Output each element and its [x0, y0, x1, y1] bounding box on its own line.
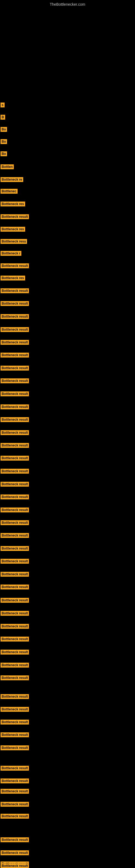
bottleneck-result-row: Bottleneck result — [1, 572, 29, 578]
bottleneck-label: Bottleneck result — [1, 430, 29, 435]
bottleneck-result-row: Bottleneck result — [1, 766, 29, 772]
bottleneck-result-row: Bottleneck result — [1, 720, 29, 725]
bottleneck-label: Bottleneck result — [1, 598, 29, 603]
bottleneck-result-row: Bottleneck result — [1, 482, 29, 488]
bottleneck-result-row: Bottleneck result — [1, 694, 29, 700]
bottleneck-label: Bottleneck result — [1, 766, 29, 771]
bottleneck-result-row: Bottleneck result — [1, 533, 29, 539]
bottleneck-label: Bottleneck result — [1, 814, 29, 818]
bottleneck-result-row: Bottleneck result — [1, 404, 29, 410]
bottleneck-result-row: Bottleneck result — [1, 495, 29, 500]
bottleneck-result-row: Bottlen — [1, 164, 14, 170]
bottleneck-result-row: Bottleneck result — [1, 507, 29, 514]
bottleneck-result-row: Bottleneck result — [1, 778, 29, 784]
bottleneck-result-row: Bottleneck result — [1, 637, 29, 643]
bottleneck-label: Bottleneck result — [1, 624, 29, 629]
bottleneck-label: Bottleneck result — [1, 546, 29, 551]
bottleneck-label: Bottleneck result — [1, 802, 29, 807]
bottleneck-label: Bottleneck result — [1, 533, 29, 538]
bottleneck-label: Bottleneck result — [1, 214, 29, 219]
bottleneck-label: Bottleneck result — [1, 456, 29, 461]
bottleneck-result-row: Bottleneck result — [1, 417, 29, 423]
bottleneck-label: Bottleneck result — [1, 340, 29, 345]
bottleneck-result-row: Bottleneck result — [1, 288, 29, 294]
bottleneck-result-row: Bottleneck result — [1, 456, 29, 462]
bottleneck-result-row: B — [1, 115, 5, 121]
bottleneck-result-row: Bottleneck r — [1, 251, 21, 257]
bottleneck-result-row: s — [1, 102, 5, 108]
bottleneck-result-row: Bottleneck result — [1, 378, 29, 384]
bottleneck-result-row: Bottleneck result — [1, 214, 29, 220]
bottleneck-result-row: Bottleneck result — [1, 663, 29, 669]
bottleneck-label: Bottleneck result — [1, 863, 29, 868]
bottleneck-label: Bottlenec — [1, 189, 17, 194]
bottleneck-label: Bottleneck result — [1, 850, 29, 855]
site-title: TheBottlenecker.com — [0, 0, 135, 8]
bottleneck-label: Bottleneck result — [1, 637, 29, 642]
bottleneck-label: Bottleneck result — [1, 288, 29, 293]
bottleneck-label: Bottleneck result — [1, 507, 29, 513]
bottleneck-result-row: Bottleneck result — [1, 314, 29, 320]
bottleneck-result-row: Bottleneck result — [1, 546, 29, 552]
bottleneck-result-row: Bottleneck result — [1, 559, 29, 565]
bottleneck-label: Bottleneck result — [1, 663, 29, 668]
bottleneck-result-row: Bottleneck result — [1, 469, 29, 475]
bottleneck-result-row: Bottleneck result — [1, 301, 29, 307]
bottleneck-result-row: Bottlenec — [1, 189, 17, 195]
bottleneck-result-row: Bottleneck result — [1, 430, 29, 436]
bottleneck-result-row: Bottleneck res — [1, 227, 25, 233]
bottleneck-result-row: Bottleneck result — [1, 611, 29, 617]
bottleneck-label: Bottleneck result — [1, 264, 29, 268]
bottleneck-label: Bottleneck result — [1, 469, 29, 474]
bottleneck-label: Bottleneck res — [1, 227, 25, 231]
bottleneck-result-row: Bo — [1, 127, 7, 133]
bottleneck-result-row: Bottleneck result — [1, 624, 29, 630]
bottleneck-result-row: Bottleneck result — [1, 585, 29, 590]
bottleneck-result-row: Bo — [1, 151, 7, 157]
bottleneck-label: Bottleneck res — [1, 202, 25, 207]
bottleneck-label: Bottleneck result — [1, 650, 29, 654]
bottleneck-label: Bottleneck result — [1, 417, 29, 422]
bottleneck-result-row: Bottleneck result — [1, 802, 29, 808]
bottleneck-result-row: Bottleneck result — [1, 707, 29, 713]
bottleneck-result-row: Bottleneck resu — [1, 239, 27, 245]
bottleneck-label: Bottleneck result — [1, 352, 29, 358]
bottleneck-result-row: Bottleneck result — [1, 733, 29, 738]
bottleneck-label: B — [1, 115, 5, 120]
bottleneck-label: Bottleneck result — [1, 378, 29, 383]
bottleneck-label: Bottleneck result — [1, 482, 29, 487]
bottleneck-result-row: Bottleneck res — [1, 202, 25, 208]
bottleneck-result-row: Bottleneck result — [1, 814, 29, 820]
bottleneck-result-row: Bottleneck result — [1, 650, 29, 656]
bottleneck-result-row: Bottleneck result — [1, 850, 29, 856]
bottleneck-result-row: Bottleneck result — [1, 863, 29, 868]
bottleneck-label: Bottleneck result — [1, 392, 29, 396]
bottleneck-label: Bottleneck result — [1, 366, 29, 371]
bottleneck-label: s — [1, 102, 5, 107]
bottleneck-label: Bottleneck result — [1, 720, 29, 724]
bottleneck-result-row: Bottleneck res — [1, 276, 25, 282]
bottleneck-label: Bottleneck res — [1, 276, 25, 280]
bottleneck-label: Bottleneck result — [1, 733, 29, 737]
bottleneck-result-row: Bottleneck result — [1, 520, 29, 526]
bottleneck-label: Bottleneck result — [1, 745, 29, 750]
bottleneck-label: Bottleneck result — [1, 611, 29, 616]
bottleneck-label: Bottleneck result — [1, 694, 29, 699]
bottleneck-label: Bottleneck result — [1, 789, 29, 794]
bottleneck-label: Bottleneck result — [1, 837, 29, 842]
bottleneck-result-row: Bottleneck result — [1, 789, 29, 795]
bottleneck-label: Bottleneck re — [1, 177, 23, 182]
bottleneck-result-row: Bottleneck result — [1, 745, 29, 751]
bottleneck-result-row: Bottleneck result — [1, 837, 29, 843]
bottleneck-label: Bottleneck result — [1, 778, 29, 783]
bottleneck-label: Bottleneck result — [1, 707, 29, 712]
bottleneck-result-row: Bottleneck result — [1, 392, 29, 397]
bottleneck-result-row: Bottleneck result — [1, 264, 29, 269]
bottleneck-label: Bottleneck result — [1, 572, 29, 577]
bottleneck-result-row: Bottleneck result — [1, 352, 29, 359]
bottleneck-result-row: Bottleneck result — [1, 340, 29, 346]
bottleneck-result-row: Bottleneck result — [1, 675, 29, 681]
bottleneck-label: Bottleneck result — [1, 314, 29, 319]
bottleneck-result-row: Bottleneck re — [1, 177, 23, 183]
bottleneck-label: Bottleneck result — [1, 327, 29, 332]
